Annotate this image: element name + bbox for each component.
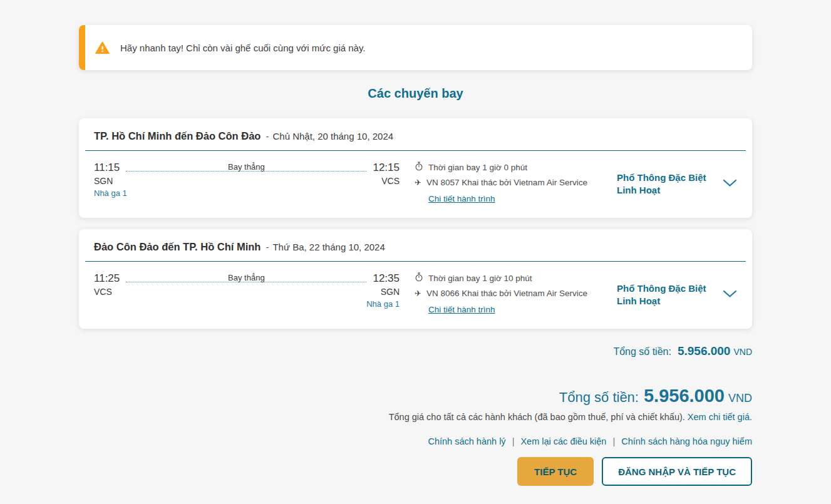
links-separator: | [512,436,515,446]
links-separator: | [612,436,615,446]
departure-code: VCS [94,287,112,297]
stopwatch-icon [415,272,423,284]
fare-name-line1: Phổ Thông Đặc Biệt [617,172,706,184]
fare-name-line2: Linh Hoạt [617,295,706,307]
flight-date: Chủ Nhật, 20 tháng 10, 2024 [272,131,393,141]
stopwatch-icon [415,162,423,173]
fare-name: Phổ Thông Đặc Biệt Linh Hoạt [617,172,706,197]
airport-codes-row: SGN VCS [94,176,400,186]
flight-number-line: ✈ VN 8057 Khai thác bởi Vietnam Air Serv… [415,178,590,187]
flight-details-row: 11:15 Bay thẳng 12:15 SGN VCS Nhà ga 1 [79,151,752,204]
flight-number-line: ✈ VN 8066 Khai thác bởi Vietnam Air Serv… [415,289,590,298]
banner-accent-bar [79,25,85,70]
flight-details-row: 11:25 Bay thẳng 12:35 VCS SGN Nhà ga 1 [79,262,752,315]
baggage-policy-link[interactable]: Chính sách hành lý [428,436,505,446]
stops-label: Bay thẳng [228,273,265,282]
itinerary-details-link[interactable]: Chi tiết hành trình [428,305,495,314]
arrival-code: SGN [381,287,400,297]
total-note: Tổng giá cho tất cả các hành khách (đã b… [79,412,752,422]
grand-total-amount: 5.956.000 [644,386,725,406]
flight-info: Thời gian bay 1 giờ 0 phút ✈ VN 8057 Kha… [415,161,590,204]
duration-line: Thời gian bay 1 giờ 10 phút [415,272,590,284]
route-dotted-line: Bay thẳng [126,272,366,282]
flight-timeline: 11:15 Bay thẳng 12:15 SGN VCS Nhà ga 1 [94,161,400,204]
subtotal-amount: 5.956.000 [678,344,731,357]
subtotal-label: Tổng số tiền: [613,346,671,357]
grand-total-row: Tổng số tiền:5.956.000VND [79,386,752,406]
urgency-banner: Hãy nhanh tay! Chỉ còn vài ghế cuối cùng… [79,25,752,70]
flight-info: Thời gian bay 1 giờ 10 phút ✈ VN 8066 Kh… [415,272,590,315]
dangerous-goods-policy-link[interactable]: Chính sách hàng hóa nguy hiểm [621,436,752,446]
subtotal-currency: VND [733,347,752,357]
chevron-down-icon[interactable] [723,178,737,190]
grand-total-label: Tổng số tiền: [559,389,639,405]
airport-codes-row: VCS SGN [94,287,400,297]
route-dotted-line: Bay thẳng [126,161,366,172]
flight-card-return: Đảo Côn Đảo đến TP. Hồ Chí Minh-Thứ Ba, … [79,229,752,329]
stops-label: Bay thẳng [228,162,265,172]
route-dash: - [266,131,269,141]
warning-icon [95,41,110,54]
times-row: 11:25 Bay thẳng 12:35 [94,272,400,285]
departure-time: 11:15 [94,161,120,175]
price-details-link[interactable]: Xem chi tiết giá. [688,412,752,422]
action-buttons: TIẾP TỤC ĐĂNG NHẬP VÀ TIẾP TỤC [79,457,752,486]
flight-number: VN 8066 Khai thác bởi Vietnam Air Servic… [426,289,587,298]
page-title: Các chuyến bay [79,86,752,101]
flight-date: Thứ Ba, 22 tháng 10, 2024 [272,242,385,252]
departure-terminal: Nhà ga 1 [94,188,127,198]
continue-button[interactable]: TIẾP TỤC [517,457,594,486]
grand-total-currency: VND [728,392,752,404]
itinerary-details-link[interactable]: Chi tiết hành trình [428,194,495,203]
terminals-row: Nhà ga 1 [94,188,400,198]
flight-card-header: Đảo Côn Đảo đến TP. Hồ Chí Minh-Thứ Ba, … [79,229,752,261]
banner-message: Hãy nhanh tay! Chỉ còn vài ghế cuối cùng… [120,43,365,53]
flight-duration: Thời gian bay 1 giờ 0 phút [428,163,527,172]
fare-name-line2: Linh Hoạt [617,184,706,197]
fare-name: Phổ Thông Đặc Biệt Linh Hoạt [617,282,706,307]
fare-selector[interactable]: Phổ Thông Đặc Biệt Linh Hoạt [617,164,737,204]
fare-name-line1: Phổ Thông Đặc Biệt [617,282,706,295]
route-title: TP. Hồ Chí Minh đến Đảo Côn Đảo [94,130,261,141]
subtotal-row: Tổng số tiền:5.956.000VND [79,344,752,358]
policy-links: Chính sách hành lý|Xem lại các điều kiện… [79,436,752,446]
route-dash: - [266,242,269,252]
total-note-text: Tổng giá cho tất cả các hành khách (đã b… [389,412,685,422]
conditions-link[interactable]: Xem lại các điều kiện [520,436,606,446]
plane-icon: ✈ [415,289,421,297]
arrival-terminal: Nhà ga 1 [366,299,400,309]
fare-selector[interactable]: Phổ Thông Đặc Biệt Linh Hoạt [617,275,737,315]
arrival-time: 12:35 [373,272,400,285]
plane-icon: ✈ [415,178,421,187]
times-row: 11:15 Bay thẳng 12:15 [94,161,400,175]
flight-duration: Thời gian bay 1 giờ 10 phút [428,274,532,283]
chevron-down-icon[interactable] [723,289,737,301]
duration-line: Thời gian bay 1 giờ 0 phút [415,162,590,173]
flight-card-outbound: TP. Hồ Chí Minh đến Đảo Côn Đảo-Chủ Nhật… [79,118,752,218]
terminals-row: Nhà ga 1 [94,299,400,309]
login-and-continue-button[interactable]: ĐĂNG NHẬP VÀ TIẾP TỤC [602,457,752,486]
route-title: Đảo Côn Đảo đến TP. Hồ Chí Minh [94,241,261,252]
arrival-time: 12:15 [373,161,400,175]
flight-number: VN 8057 Khai thác bởi Vietnam Air Servic… [426,178,587,187]
booking-page: Hãy nhanh tay! Chỉ còn vài ghế cuối cùng… [0,0,831,504]
flight-card-header: TP. Hồ Chí Minh đến Đảo Côn Đảo-Chủ Nhật… [79,118,752,150]
departure-time: 11:25 [94,272,120,285]
content-area: Hãy nhanh tay! Chỉ còn vài ghế cuối cùng… [79,0,752,486]
departure-code: SGN [94,176,113,186]
arrival-code: VCS [381,176,400,186]
flight-timeline: 11:25 Bay thẳng 12:35 VCS SGN Nhà ga 1 [94,272,400,315]
